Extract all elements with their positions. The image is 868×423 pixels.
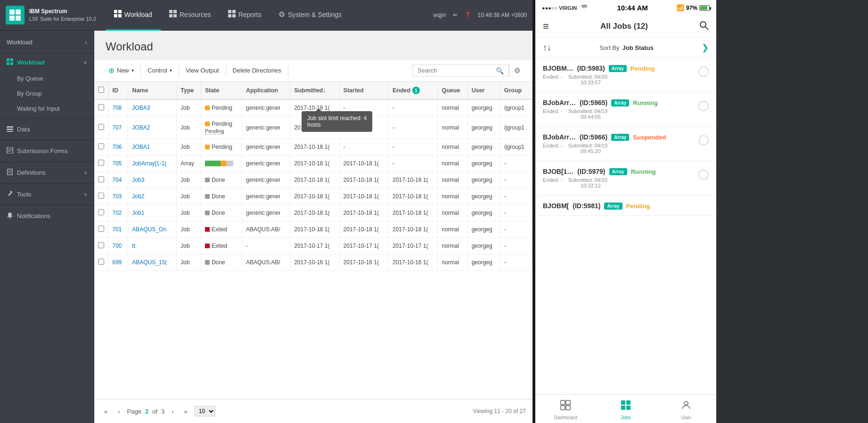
th-user[interactable]: User (467, 82, 500, 99)
mobile-search-button[interactable] (699, 21, 709, 33)
sidebar-item-by-group[interactable]: By Group (0, 86, 94, 101)
row-checkbox[interactable] (98, 242, 104, 248)
mobile-job-item[interactable]: BJOB[1… (ID:5979) Array Running Ended: -… (535, 161, 716, 195)
job-name-link[interactable]: JOBA2 (132, 124, 150, 131)
sidebar-item-submission-forms[interactable]: Submission Forms (0, 142, 94, 160)
row-checkbox[interactable] (98, 193, 104, 199)
row-checkbox[interactable] (98, 259, 104, 265)
nav-user[interactable]: wqjin (433, 12, 446, 18)
row-checkbox[interactable] (98, 160, 104, 166)
control-button[interactable]: Control ▾ (141, 64, 179, 77)
row-checkbox[interactable] (98, 124, 104, 130)
th-started[interactable]: Started (339, 82, 388, 99)
prev-page-button[interactable]: ‹ (115, 407, 123, 416)
mobile-job-select-circle[interactable] (698, 170, 709, 180)
nav-help-icon[interactable]: ❓ (464, 12, 471, 18)
sidebar-item-definitions[interactable]: Definitions ∨ (0, 164, 94, 181)
th-id[interactable]: ID (108, 82, 128, 99)
job-name-link[interactable]: JOBA1 (132, 144, 150, 150)
row-checkbox[interactable] (98, 226, 104, 232)
gear-button[interactable]: ⚙ (509, 64, 525, 78)
th-application[interactable]: Application (242, 82, 290, 99)
mobile-job-item[interactable]: BJobArr… (ID:5965) Array Running Ended: … (535, 92, 716, 127)
sidebar-collapse-button[interactable]: ‹ (85, 38, 87, 46)
mobile-page-title: All Jobs (12) (600, 22, 648, 31)
th-submitted[interactable]: Submitted↓ (290, 82, 339, 99)
job-name-link[interactable]: Job2 (132, 193, 144, 200)
mobile-job-id: (ID:5965) (580, 99, 607, 106)
job-name-link[interactable]: JOBA3 (132, 105, 150, 111)
sidebar-item-data[interactable]: Data (0, 121, 94, 138)
submission-forms-label: Submission Forms (17, 147, 68, 155)
last-page-button[interactable]: » (181, 407, 191, 416)
mobile-job-item[interactable]: BJobArr… (ID:5966) Array Suspended Ended… (535, 127, 716, 161)
row-checkbox[interactable] (98, 104, 104, 110)
sidebar-item-waiting-for-input[interactable]: Waiting for Input (0, 101, 94, 116)
th-type[interactable]: Type (177, 82, 201, 99)
nav-pencil-icon[interactable]: ✏ (453, 12, 458, 18)
per-page-select[interactable]: 10 25 50 (195, 406, 215, 416)
sort-arrows-button[interactable]: ↑↓ (543, 43, 551, 53)
tooltip-line1: Job slot limit reached: 4 (307, 115, 367, 122)
row-checkbox[interactable] (98, 209, 104, 215)
sidebar-item-by-queue[interactable]: By Queue (0, 71, 94, 86)
job-id-link[interactable]: 699 (113, 259, 122, 266)
view-output-button[interactable]: View Output (179, 64, 226, 77)
row-checkbox[interactable] (98, 176, 104, 182)
mobile-job-select-circle[interactable] (698, 66, 709, 77)
mobile-nav-jobs[interactable]: Jobs (596, 395, 656, 423)
td-checkbox (94, 221, 108, 238)
select-all-checkbox[interactable] (98, 87, 104, 93)
workload-sidebar-icon (7, 58, 13, 66)
job-id-link[interactable]: 700 (113, 243, 122, 249)
mobile-menu-button[interactable]: ≡ (543, 20, 549, 33)
row-checkbox[interactable] (98, 143, 104, 149)
mobile-job-item[interactable]: BJOBM… (ID:5983) Array Pending Ended: - … (535, 58, 716, 92)
job-id-link[interactable]: 702 (113, 210, 122, 216)
mobile-job-select-circle[interactable] (698, 101, 709, 111)
first-page-button[interactable]: « (101, 407, 111, 416)
new-button[interactable]: ⊕ New ▾ (102, 63, 141, 78)
job-id-link[interactable]: 706 (113, 144, 122, 150)
nav-item-settings[interactable]: ⚙ System & Settings (270, 0, 350, 31)
search-icon[interactable]: 🔍 (496, 67, 504, 74)
nav-item-workload[interactable]: Workload (106, 0, 161, 31)
progress-gray (226, 161, 233, 166)
job-name-link[interactable]: ABAQUS_15( (132, 259, 167, 266)
pending-sub-status[interactable]: Pending (205, 128, 224, 134)
th-ended[interactable]: Ended 1 (389, 82, 438, 99)
nav-item-resources[interactable]: Resources (161, 0, 220, 31)
search-input[interactable] (418, 67, 493, 74)
jobs-nav-icon (620, 399, 631, 413)
job-id-link[interactable]: 705 (113, 160, 122, 167)
th-name[interactable]: Name (128, 82, 177, 99)
delete-directories-button[interactable]: Delete Directories (226, 64, 288, 77)
job-id-link[interactable]: 703 (113, 193, 122, 200)
nav-item-reports[interactable]: Reports (220, 0, 270, 31)
next-page-button[interactable]: › (168, 407, 177, 416)
job-name-link[interactable]: JobArray[1-1( (132, 160, 166, 167)
mobile-job-meta: Ended: - Submitted: 04/20 10:32:12 (543, 177, 694, 188)
job-id-link[interactable]: 701 (113, 226, 122, 233)
sidebar-item-tools[interactable]: Tools ∨ (0, 186, 94, 203)
job-name-link[interactable]: Job1 (132, 210, 144, 216)
user-nav-icon (680, 399, 692, 413)
job-name-link[interactable]: ABAQUS_On (132, 226, 166, 233)
job-id-link[interactable]: 707 (113, 124, 122, 131)
sidebar-item-notifications[interactable]: Notifications (0, 207, 94, 225)
sidebar-section-workload-header[interactable]: Workload ∧ (0, 54, 94, 71)
mobile-job-select-circle[interactable] (698, 135, 709, 146)
th-state[interactable]: State (201, 82, 242, 99)
mobile-nav-user[interactable]: User (656, 395, 716, 423)
th-group[interactable]: Group (500, 82, 532, 99)
job-name-link[interactable]: Job3 (132, 177, 144, 183)
state-dot-pending (205, 122, 210, 126)
mobile-nav-dashboard[interactable]: Dashboard (535, 395, 596, 423)
job-name-link[interactable]: tt (132, 243, 135, 249)
sort-chevron-button[interactable]: ❯ (702, 42, 709, 53)
mobile-job-item-partial[interactable]: BJOBM[ (ID:5981) Array Pending (535, 195, 716, 216)
job-id-link[interactable]: 704 (113, 177, 122, 183)
td-submitted: 2017-10-18 1( (290, 172, 339, 188)
th-queue[interactable]: Queue (438, 82, 467, 99)
job-id-link[interactable]: 708 (113, 105, 122, 111)
